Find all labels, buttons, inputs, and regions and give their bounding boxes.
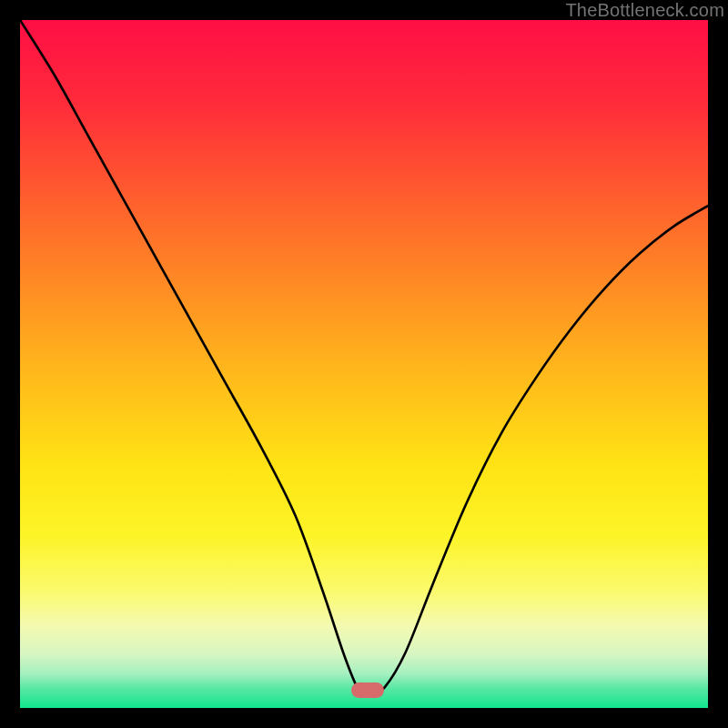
bottleneck-curve	[20, 20, 708, 708]
plot-area	[20, 20, 708, 708]
selection-marker	[351, 682, 384, 698]
watermark-label: TheBottleneck.com	[565, 0, 724, 21]
chart-frame: TheBottleneck.com	[0, 0, 728, 728]
